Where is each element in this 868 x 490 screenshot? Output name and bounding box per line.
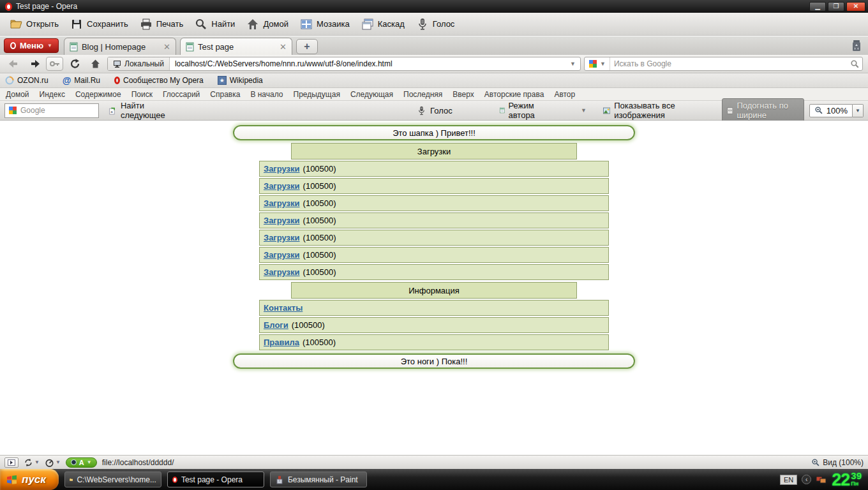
voice-toolbar-button[interactable]: Голос bbox=[412, 103, 457, 118]
printer-icon bbox=[140, 18, 153, 31]
navlink-search[interactable]: Поиск bbox=[131, 90, 153, 99]
wand-password-button[interactable] bbox=[46, 57, 63, 71]
downloads-link[interactable]: Загрузки bbox=[264, 216, 300, 225]
home-icon bbox=[90, 59, 101, 69]
navlink-first[interactable]: В начало bbox=[250, 90, 283, 99]
restore-button[interactable]: ❐ bbox=[828, 2, 844, 11]
bookmark-wikipedia[interactable]: ★ Wikipedia bbox=[218, 76, 263, 85]
bookmark-mailru[interactable]: @ Mail.Ru bbox=[63, 76, 100, 85]
navlink-home[interactable]: Домой bbox=[6, 90, 29, 99]
search-go-button[interactable] bbox=[847, 57, 862, 71]
navlink-previous[interactable]: Предыдущая bbox=[294, 90, 340, 99]
find-next-icon: a bbox=[109, 105, 117, 116]
bookmark-ozon[interactable]: OZON.ru bbox=[5, 76, 49, 85]
close-button[interactable]: ✕ bbox=[846, 2, 865, 11]
author-mode-button[interactable]: Режим автора ▼ bbox=[495, 99, 591, 122]
voice-button[interactable]: Голос bbox=[410, 15, 461, 33]
home-button[interactable]: Домой bbox=[241, 15, 294, 33]
zoom-control[interactable]: 100% ▼ bbox=[809, 104, 864, 117]
language-indicator[interactable]: EN bbox=[780, 475, 797, 485]
sync-dropdown-icon[interactable]: ▼ bbox=[34, 459, 40, 465]
turbo-dropdown-icon[interactable]: ▼ bbox=[56, 459, 61, 465]
blogs-link[interactable]: Блоги bbox=[264, 320, 288, 330]
minimize-button[interactable]: ▁ bbox=[809, 2, 826, 11]
closed-tabs-trash-icon[interactable] bbox=[849, 38, 864, 52]
navlink-author[interactable]: Автор bbox=[554, 90, 575, 99]
address-bar: Локальный localhost/C:/WebServers/home/n… bbox=[0, 55, 868, 73]
author-mode-dropdown-icon[interactable]: ▼ bbox=[542, 107, 587, 114]
web-search-input[interactable] bbox=[610, 59, 847, 68]
rules-link[interactable]: Правила bbox=[264, 338, 299, 347]
search-engine-button[interactable]: ▼ bbox=[585, 57, 610, 70]
task-label: C:\WebServers\home... bbox=[77, 475, 156, 484]
print-button[interactable]: Печать bbox=[134, 15, 190, 33]
forward-icon bbox=[29, 59, 40, 68]
downloads-link[interactable]: Загрузки bbox=[264, 267, 300, 277]
navlink-index[interactable]: Индекс bbox=[40, 90, 65, 99]
tray-collapse-icon[interactable]: ‹ bbox=[802, 475, 811, 484]
downloads-link[interactable]: Загрузки bbox=[264, 233, 300, 242]
tab-blog-homepage[interactable]: Blog | Homepage ✕ bbox=[64, 38, 176, 55]
downloads-link[interactable]: Загрузки bbox=[264, 250, 300, 260]
search-field[interactable]: ▼ bbox=[584, 57, 863, 71]
tray-clock[interactable]: 22 39 Пн bbox=[832, 471, 862, 488]
find-next-button[interactable]: a Найти следующее bbox=[105, 99, 177, 122]
navlink-next[interactable]: Следующая bbox=[350, 90, 393, 99]
open-button[interactable]: Открыть bbox=[4, 15, 64, 33]
home-nav-button[interactable] bbox=[87, 57, 104, 71]
find-in-page-field[interactable] bbox=[4, 103, 99, 118]
ozon-icon bbox=[5, 76, 14, 85]
start-button[interactable]: пуск bbox=[0, 469, 59, 490]
opera-menu-button[interactable]: Меню ▼ bbox=[4, 38, 59, 53]
downloads-link[interactable]: Загрузки bbox=[264, 164, 300, 174]
zoom-dropdown-icon[interactable]: ▼ bbox=[853, 104, 864, 117]
magnifier-icon bbox=[850, 59, 860, 69]
site-badge[interactable]: Локальный bbox=[108, 57, 170, 70]
new-tab-button[interactable]: + bbox=[296, 39, 318, 54]
view-zoom-status[interactable]: Вид (100%) bbox=[811, 458, 864, 467]
taskbar-item-explorer[interactable]: C:\WebServers\home... bbox=[64, 471, 161, 487]
tab-label: Test page bbox=[198, 42, 234, 52]
navlink-contents[interactable]: Содержимое bbox=[75, 90, 121, 99]
navlink-up[interactable]: Вверх bbox=[453, 90, 474, 99]
save-button[interactable]: Сохранить bbox=[64, 15, 134, 33]
sync-button[interactable]: ▼ bbox=[24, 458, 40, 467]
navlink-last[interactable]: Последняя bbox=[403, 90, 442, 99]
url-text[interactable]: localhost/C:/WebServers/home/nnn.ru/www/… bbox=[170, 59, 398, 68]
address-field[interactable]: Локальный localhost/C:/WebServers/home/n… bbox=[107, 57, 581, 71]
find-button[interactable]: Найти bbox=[189, 15, 241, 33]
turbo-button[interactable]: ▼ bbox=[45, 458, 61, 467]
forward-button[interactable] bbox=[26, 57, 43, 71]
page-icon bbox=[186, 42, 194, 52]
downloads-link[interactable]: Загрузки bbox=[264, 181, 300, 191]
close-tab-icon[interactable]: ✕ bbox=[163, 42, 170, 52]
mode-badge[interactable]: A ▼ bbox=[66, 457, 97, 468]
item-count: (100500) bbox=[303, 267, 336, 277]
back-button[interactable] bbox=[5, 57, 22, 71]
back-icon bbox=[8, 59, 20, 68]
print-label: Печать bbox=[156, 19, 184, 29]
tab-test-page[interactable]: Test page ✕ bbox=[180, 38, 292, 55]
network-icon[interactable] bbox=[816, 475, 827, 484]
taskbar-item-paint[interactable]: Безымянный - Paint bbox=[270, 471, 367, 487]
section-header-downloads: Загрузки bbox=[291, 143, 577, 160]
bookmark-myopera[interactable]: Сообщество My Opera bbox=[114, 76, 204, 85]
address-dropdown-icon[interactable]: ▼ bbox=[565, 61, 580, 67]
find-in-page-input[interactable] bbox=[20, 106, 95, 115]
cascade-button[interactable]: Каскад bbox=[355, 15, 410, 33]
contacts-link[interactable]: Контакты bbox=[264, 303, 303, 313]
panel-toggle-button[interactable] bbox=[4, 457, 19, 468]
close-tab-icon[interactable]: ✕ bbox=[280, 42, 287, 52]
reload-button[interactable] bbox=[66, 57, 84, 71]
taskbar-item-opera[interactable]: Test page - Opera bbox=[167, 471, 264, 487]
navlink-glossary[interactable]: Глоссарий bbox=[163, 90, 200, 99]
tile-button[interactable]: Мозаика bbox=[294, 15, 355, 33]
window-title: Test page - Opera bbox=[16, 2, 77, 11]
page-footer-banner: Это ноги ) Пока!!! bbox=[233, 353, 635, 369]
bookmarks-bar: OZON.ru @ Mail.Ru Сообщество My Opera ★ … bbox=[0, 73, 868, 88]
downloads-link[interactable]: Загрузки bbox=[264, 198, 300, 208]
navlink-copyright[interactable]: Авторские права bbox=[484, 90, 544, 99]
navlink-help[interactable]: Справка bbox=[210, 90, 240, 99]
show-images-button[interactable]: Показывать все изображения bbox=[599, 99, 704, 122]
fit-width-button[interactable]: Подогнать по ширине bbox=[722, 98, 804, 122]
